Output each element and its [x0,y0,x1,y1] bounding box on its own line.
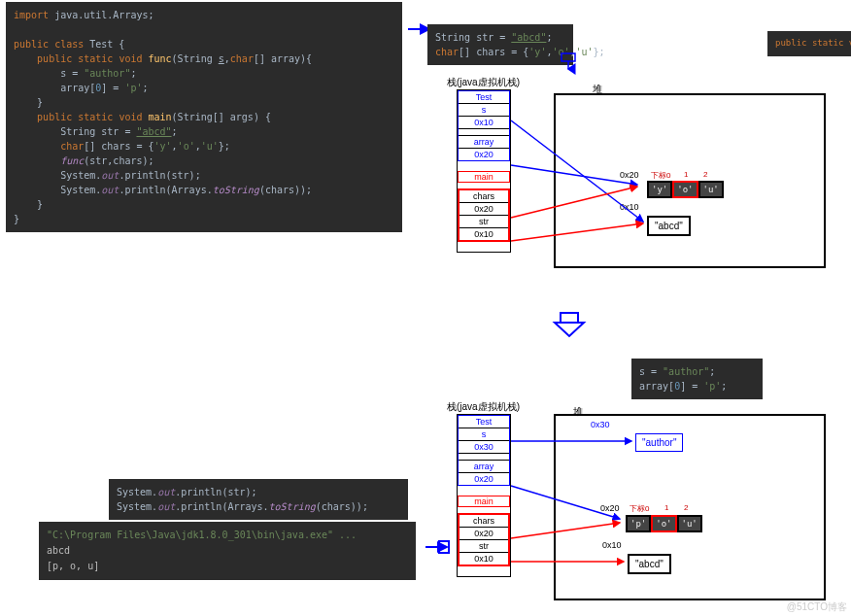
arrow-left-icon [420,537,449,557]
heap-addr: 0x30 [591,420,610,429]
arr-idx: 2 [703,170,707,179]
code-snippet-assign: s = "author"; array[0] = 'p'; [631,359,763,399]
stack-cell: 0x20 [459,149,509,160]
arr-idx: 1 [684,170,688,179]
stack-cell: array [459,460,509,473]
stack-cell: s [459,428,509,441]
code-print: System.out.println(str); System.out.prin… [109,479,408,520]
svg-rect-13 [439,541,449,553]
heap-2 [554,414,826,600]
stack-cell: 0x20 [459,473,509,485]
arr-cell: 'p' [626,515,651,532]
stack-cell: 0x20 [460,528,508,540]
heap-string-abcd: "abcd" [628,554,671,574]
stack-cell: 0x20 [460,203,508,216]
heap-string-author: "author" [635,433,683,452]
array-box-1: 'y' 'o' 'u' [647,181,724,198]
code-snippet-declare: String str = "abcd"; char[] chars = {'y'… [427,24,573,65]
stack-cell: chars [460,190,508,203]
heap-addr: 0x10 [602,540,622,550]
arr-idx: 1 [664,503,668,512]
stack-cell: main [458,496,510,507]
svg-rect-7 [561,313,578,323]
heap-addr: 0x20 [600,503,620,513]
stack-cell: s [459,104,509,117]
stack-cell: str [460,540,508,553]
stack-cell: Test [459,416,509,428]
arr-cell: 'u' [677,515,702,532]
stack-cell: array [459,135,509,149]
stack-cell: 0x30 [459,441,509,454]
stack-cell: Test [459,91,509,104]
watermark: @51CTO博客 [787,600,847,614]
stack-label-1: 栈(java虚拟机栈) [447,76,520,89]
stack-2: Test s 0x30 array 0x20 main chars 0x20 s… [457,414,511,577]
arr-cell: 'u' [698,181,724,198]
terminal-output: "C:\Program Files\Java\jdk1.8.0_301\bin\… [39,522,416,580]
stack-1: Test s 0x10 array 0x20 main chars 0x20 s… [457,89,511,253]
stack-cell: chars [460,515,508,528]
stack-label-2: 栈(java虚拟机栈) [447,400,520,414]
array-box-2: 'p' 'o' 'u' [626,515,702,532]
stack-cell: 0x10 [459,117,509,129]
arr-cell: 'o' [651,515,676,532]
arr-cell: 'y' [647,181,672,198]
heap-addr: 0x10 [620,202,639,212]
arr-idx: 下标0 [630,503,649,514]
arrow-down-icon [555,313,584,342]
stack-cell: 0x10 [460,228,508,240]
arr-idx: 下标0 [651,170,670,181]
arr-cell: 'o' [672,181,698,198]
stack-cell: 0x10 [460,553,508,565]
stack-cell: main [458,171,510,183]
code-snippet-func-sig: public static void func(String s,char[] … [767,31,851,56]
stack-cell: str [460,216,508,228]
heap-string: "abcd" [647,216,691,236]
heap-addr: 0x20 [620,170,639,180]
code-main: import java.util.Arrays; public class Te… [6,2,402,232]
arr-idx: 2 [684,503,688,512]
